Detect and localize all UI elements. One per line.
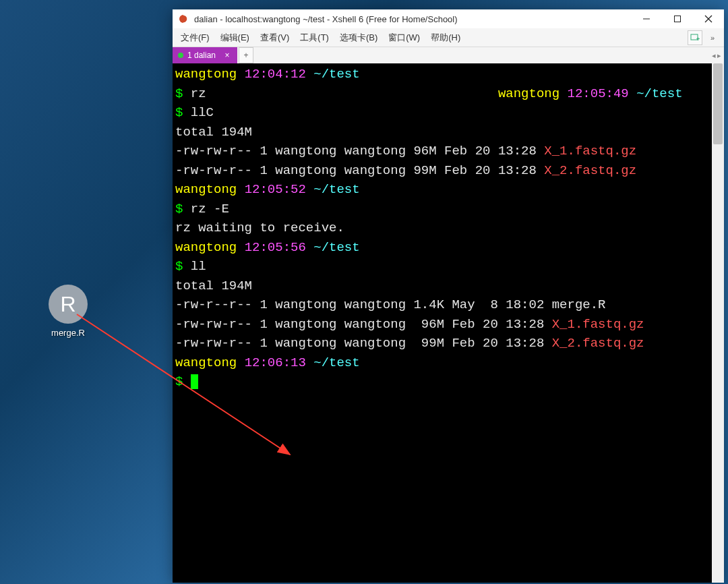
prompt-time: 12:06:13	[245, 355, 306, 370]
rz-waiting: rz waiting to receive.	[175, 221, 344, 235]
scrollbar-thumb[interactable]	[713, 63, 723, 144]
prompt-time: 12:05:56	[245, 240, 306, 255]
app-icon	[177, 12, 190, 26]
prompt-time: 12:05:52	[245, 182, 306, 197]
ls-line: -rw-r--r-- 1 wangtong wangtong 1.4K May …	[175, 297, 606, 312]
prompt-user: wangtong	[175, 240, 237, 255]
app-window: dalian - localhost:wangtong ~/test - Xsh…	[173, 9, 724, 583]
prompt-user: wangtong	[175, 355, 237, 370]
desktop-icon-label: merge.R	[44, 328, 92, 338]
prompt-user: wangtong	[498, 86, 559, 101]
prompt-dollar: $	[175, 202, 191, 216]
tabbar: 1 dalian × + ◂ ▸	[173, 47, 724, 63]
ls-line: -rw-rw-r-- 1 wangtong wangtong 99M Feb 2…	[175, 336, 552, 351]
maximize-button[interactable]	[662, 9, 693, 28]
ls-total: total 194M	[175, 125, 252, 140]
menu-tabs[interactable]: 选项卡(B)	[334, 30, 383, 46]
ls-file: X_1.fastq.gz	[544, 144, 636, 158]
menu-tools[interactable]: 工具(T)	[295, 30, 334, 46]
prompt-user: wangtong	[175, 182, 237, 197]
prompt-dollar: $	[175, 105, 191, 120]
ls-total: total 194M	[175, 279, 252, 293]
ls-line: -rw-rw-r-- 1 wangtong wangtong 96M Feb 2…	[175, 317, 552, 332]
terminal-scrollbar[interactable]	[712, 63, 724, 583]
window-title: dalian - localhost:wangtong ~/test - Xsh…	[194, 14, 631, 24]
prompt-time: 12:04:12	[245, 67, 306, 82]
titlebar[interactable]: dalian - localhost:wangtong ~/test - Xsh…	[173, 9, 724, 28]
svg-text:+: +	[696, 36, 700, 42]
cmd: ll	[191, 259, 206, 274]
menu-file[interactable]: 文件(F)	[175, 30, 215, 46]
prompt-dollar: $	[175, 259, 191, 274]
svg-rect-2	[675, 16, 681, 22]
menu-window[interactable]: 窗口(W)	[383, 30, 425, 46]
tab-nav: ◂ ▸	[709, 47, 724, 63]
tab-label: 1 dalian	[187, 51, 216, 60]
cmd: rz -E	[191, 202, 229, 216]
ls-line: -rw-rw-r-- 1 wangtong wangtong 96M Feb 2…	[175, 144, 544, 158]
ls-file: X_1.fastq.gz	[552, 317, 644, 332]
prompt-path: ~/test	[313, 355, 359, 370]
new-tab-button[interactable]: +	[239, 47, 253, 63]
prompt-path: ~/test	[313, 182, 359, 197]
ls-line: -rw-rw-r-- 1 wangtong wangtong 99M Feb 2…	[175, 163, 544, 178]
terminal[interactable]: wangtong 12:04:12 ~/test $ rz wangtong 1…	[173, 63, 712, 583]
tab-close-icon[interactable]: ×	[222, 51, 232, 60]
menu-help[interactable]: 帮助(H)	[425, 30, 466, 46]
ls-file: X_2.fastq.gz	[544, 163, 636, 178]
menu-edit[interactable]: 编辑(E)	[215, 30, 255, 46]
tab-dalian[interactable]: 1 dalian ×	[173, 47, 237, 63]
file-icon: R	[49, 285, 88, 324]
menu-view[interactable]: 查看(V)	[255, 30, 295, 46]
tab-next-icon[interactable]: ▸	[717, 51, 721, 60]
new-session-icon[interactable]: +	[688, 30, 702, 45]
prompt-path: ~/test	[313, 240, 359, 255]
close-button[interactable]	[693, 9, 724, 28]
ls-file: X_2.fastq.gz	[552, 336, 644, 351]
prompt-dollar: $	[175, 86, 191, 101]
minimize-button[interactable]	[631, 9, 662, 28]
cmd: rz	[191, 86, 206, 101]
prompt-path: ~/test	[313, 67, 359, 82]
cmd: llC	[191, 105, 214, 120]
prompt-dollar: $	[175, 374, 191, 389]
menubar: 文件(F) 编辑(E) 查看(V) 工具(T) 选项卡(B) 窗口(W) 帮助(…	[173, 28, 724, 47]
prompt-user: wangtong	[175, 67, 237, 82]
prompt-time: 12:05:49	[568, 86, 629, 101]
cursor-block	[191, 374, 198, 389]
tab-prev-icon[interactable]: ◂	[712, 51, 716, 60]
terminal-wrap: wangtong 12:04:12 ~/test $ rz wangtong 1…	[173, 63, 724, 583]
status-dot-icon	[178, 53, 183, 58]
chevron-double-right-icon[interactable]: »	[705, 30, 720, 45]
prompt-path: ~/test	[636, 86, 682, 101]
desktop-icon-merge-r[interactable]: R merge.R	[44, 285, 92, 338]
